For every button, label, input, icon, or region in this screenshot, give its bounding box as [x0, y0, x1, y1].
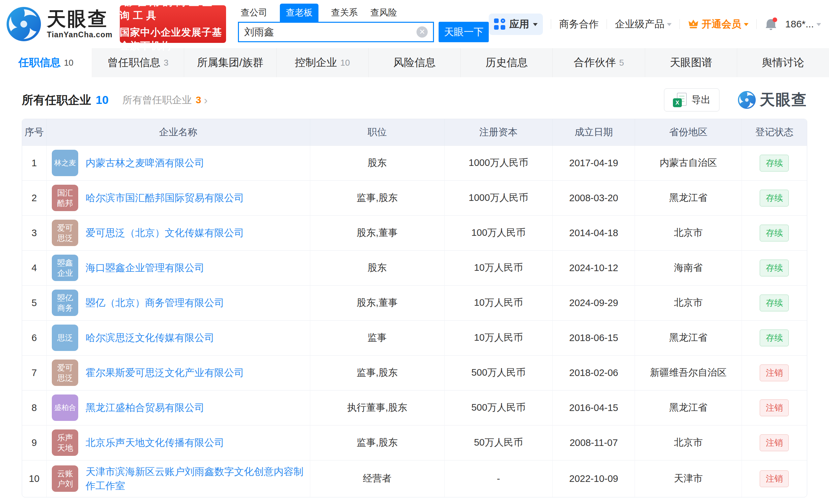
page-tab-5[interactable]: 历史信息 [461, 48, 553, 77]
former-positions-label: 所有曾任职企业 [122, 93, 192, 107]
region-cell: 内蒙古自治区 [635, 146, 742, 181]
company-logo-tile[interactable]: 云账户刘 [52, 465, 78, 492]
company-logo-tile[interactable]: 盛柏合 [52, 394, 78, 421]
status-cell: 存续 [742, 216, 807, 250]
registered-capital-cell: 500万人民币 [444, 390, 553, 425]
row-number: 6 [22, 320, 46, 355]
company-logo-tile[interactable]: 爱可思泛 [52, 220, 78, 246]
company-cell: 盛柏合黑龙江盛柏合贸易有限公司 [46, 390, 310, 425]
company-logo-tile[interactable]: 爱可思泛 [52, 359, 78, 386]
notifications-bell[interactable] [765, 17, 777, 31]
registered-capital-cell: 100万人民币 [444, 216, 553, 250]
company-logo-tile[interactable]: 乐声天地 [52, 429, 78, 456]
tianyancha-logo[interactable]: 天眼查 TianYanCha.com [7, 7, 112, 41]
tab-count: 3 [164, 58, 168, 68]
former-positions-link[interactable]: 所有曾任职企业 3 › [122, 93, 208, 107]
chevron-down-icon [744, 23, 749, 28]
status-badge: 存续 [760, 190, 789, 206]
tab-label: 合作伙伴 [574, 55, 616, 70]
status-badge: 注销 [760, 470, 789, 487]
column-header: 成立日期 [552, 119, 635, 146]
row-number: 2 [22, 181, 46, 216]
company-logo-tile[interactable]: 曌亿商务 [52, 289, 78, 316]
status-cell: 存续 [742, 250, 807, 285]
status-badge: 存续 [760, 155, 789, 171]
position-cell: 监事,股东 [310, 355, 444, 390]
company-name-link[interactable]: 内蒙古林之麦啤酒有限公司 [85, 156, 204, 170]
promo-banner[interactable]: 都在用的商业查询工具 国家中小企业发展子基金旗下机构 [120, 5, 226, 43]
company-name-link[interactable]: 海口曌鑫企业管理有限公司 [85, 261, 204, 275]
company-logo-tile[interactable]: 曌鑫企业 [52, 255, 78, 281]
row-number: 8 [22, 390, 46, 425]
company-name-link[interactable]: 曌亿（北京）商务管理有限公司 [85, 296, 224, 310]
page-tab-1[interactable]: 曾任职信息3 [92, 48, 184, 77]
company-name-link[interactable]: 哈尔滨思泛文化传媒有限公司 [85, 331, 214, 345]
tab-count: 10 [64, 58, 74, 68]
company-name-link[interactable]: 霍尔果斯爱可思泛文化产业有限公司 [85, 365, 244, 380]
company-name-link[interactable]: 北京乐声天地文化传播有限公司 [85, 435, 224, 450]
search-tab-0[interactable]: 查公司 [241, 7, 267, 22]
search-tab-1[interactable]: 查老板 [280, 4, 319, 22]
column-header: 省份地区 [635, 119, 742, 146]
excel-icon: X [673, 93, 687, 107]
company-name-link[interactable]: 爱可思泛（北京）文化传媒有限公司 [85, 226, 244, 240]
search-input[interactable] [244, 26, 417, 38]
table-row: 3爱可思泛爱可思泛（北京）文化传媒有限公司股东,董事100万人民币2014-04… [22, 216, 807, 250]
page-tab-0[interactable]: 任职信息10 [0, 48, 92, 77]
row-number: 4 [22, 250, 46, 285]
divider [680, 19, 680, 29]
section-title-count: 10 [96, 93, 109, 107]
chevron-down-icon [667, 23, 672, 28]
account-menu[interactable]: 186*... [785, 18, 821, 30]
search-button[interactable]: 天眼一下 [439, 22, 489, 42]
tab-label: 曾任职信息 [108, 55, 160, 70]
region-cell: 黑龙江省 [635, 320, 742, 355]
company-logo-tile[interactable]: 思泛 [52, 324, 78, 351]
column-header: 注册资本 [444, 119, 553, 146]
established-date-cell: 2024-10-12 [552, 250, 635, 285]
registered-capital-cell: 10万人民币 [444, 250, 553, 285]
column-header: 序号 [22, 119, 46, 146]
export-button[interactable]: X 导出 [664, 88, 719, 112]
company-cell: 思泛哈尔滨思泛文化传媒有限公司 [46, 320, 310, 355]
page-tabbar: 任职信息10曾任职信息3所属集团/族群控制企业10风险信息历史信息合作伙伴5天眼… [0, 48, 829, 77]
registered-capital-cell: 1000万人民币 [444, 181, 553, 216]
chevron-right-icon: › [204, 94, 208, 106]
top-header: 天眼查 TianYanCha.com 都在用的商业查询工具 国家中小企业发展子基… [0, 0, 829, 48]
position-cell: 股东,董事 [310, 216, 444, 250]
position-cell: 监事 [310, 320, 444, 355]
region-cell: 海南省 [635, 250, 742, 285]
tianyancha-watermark: 天眼查 [738, 90, 807, 110]
chevron-down-icon [533, 23, 538, 28]
search-tab-3[interactable]: 查风险 [370, 7, 397, 22]
apps-label: 应用 [509, 17, 529, 31]
brand-domain: TianYanCha.com [47, 30, 112, 39]
company-name-link[interactable]: 黑龙江盛柏合贸易有限公司 [85, 400, 204, 415]
company-name-link[interactable]: 天津市滨海新区云账户刘雨鑫数字文化创意内容制作工作室 [85, 464, 303, 493]
clear-search-icon[interactable]: ✕ [417, 26, 428, 38]
tab-label: 舆情讨论 [762, 55, 804, 70]
enterprise-products-label: 企业级产品 [615, 17, 664, 31]
status-cell: 注销 [742, 460, 807, 497]
company-cell: 林之麦内蒙古林之麦啤酒有限公司 [46, 146, 310, 181]
registered-capital-cell: 1000万人民币 [444, 146, 553, 181]
company-name-link[interactable]: 哈尔滨市国汇酷邦国际贸易有限公司 [85, 191, 244, 205]
logo-texts: 天眼查 TianYanCha.com [47, 9, 112, 39]
nav-business-cooperation[interactable]: 商务合作 [559, 17, 599, 31]
page-tab-3[interactable]: 控制企业10 [277, 48, 369, 77]
page-tab-2[interactable]: 所属集团/族群 [184, 48, 276, 77]
nav-enterprise-products[interactable]: 企业级产品 [615, 17, 672, 31]
row-number: 5 [22, 285, 46, 320]
page-tab-8[interactable]: 舆情讨论 [737, 48, 829, 77]
nav-vip-upgrade[interactable]: 开通会员 [688, 17, 749, 31]
company-table-body: 1林之麦内蒙古林之麦啤酒有限公司股东1000万人民币2017-04-19内蒙古自… [22, 146, 807, 497]
established-date-cell: 2018-06-15 [552, 320, 635, 355]
company-logo-tile[interactable]: 国汇酷邦 [52, 185, 78, 211]
page-tab-4[interactable]: 风险信息 [369, 48, 461, 77]
company-cell: 曌鑫企业海口曌鑫企业管理有限公司 [46, 250, 310, 285]
search-tab-2[interactable]: 查关系 [331, 7, 358, 22]
page-tab-6[interactable]: 合作伙伴5 [553, 48, 645, 77]
apps-menu[interactable]: 应用 [489, 13, 543, 35]
page-tab-7[interactable]: 天眼图谱 [645, 48, 737, 77]
company-logo-tile[interactable]: 林之麦 [52, 150, 78, 176]
